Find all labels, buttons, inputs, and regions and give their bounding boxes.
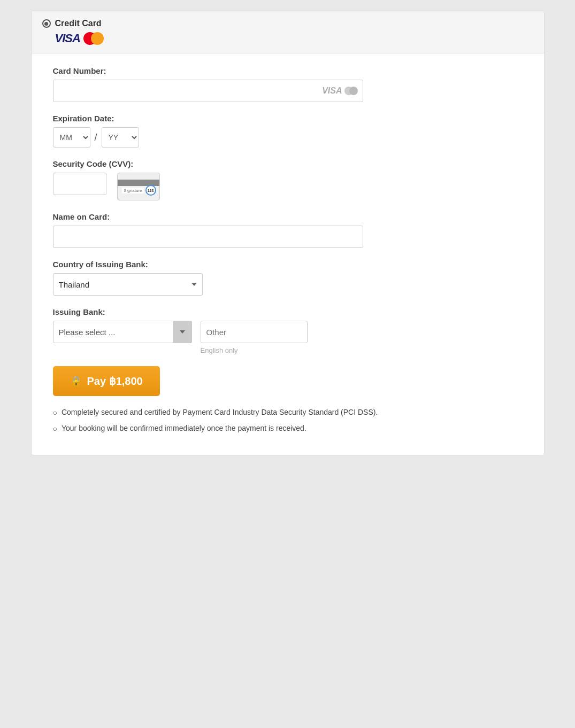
issuing-bank-group: Issuing Bank: Please select ... Bangkok …: [53, 307, 523, 354]
expiration-label: Expiration Date:: [53, 114, 523, 123]
bank-select-wrapper: Please select ... Bangkok Bank Kasikorn …: [53, 321, 192, 343]
bank-other-input[interactable]: [201, 321, 308, 343]
pay-button[interactable]: 🔒 Pay ฿1,800: [53, 366, 160, 396]
expiration-group: Expiration Date: MM 01020304 05060708 09…: [53, 114, 523, 148]
year-select[interactable]: YY 24252627 282930: [102, 127, 139, 148]
bank-other-wrapper: English only: [201, 321, 308, 354]
card-number-input[interactable]: [53, 80, 363, 102]
name-input[interactable]: [53, 226, 363, 248]
country-label: Country of Issuing Bank:: [53, 260, 523, 269]
bank-select[interactable]: Please select ... Bangkok Bank Kasikorn …: [53, 321, 192, 343]
form-body: Card Number: VISA Expiration Date: MM 01…: [32, 53, 544, 455]
lock-icon: 🔒: [70, 375, 82, 387]
security-notes: Completely secured and certified by Paym…: [53, 407, 523, 435]
cvv-card-illustration: Signature 123: [117, 173, 160, 200]
name-label: Name on Card:: [53, 212, 523, 221]
card-number-label: Card Number:: [53, 66, 523, 75]
expiry-row: MM 01020304 05060708 09101112 / YY 24252…: [53, 127, 523, 148]
cvv-group: Security Code (CVV): Signature 123: [53, 159, 523, 200]
visa-logo: VISA: [55, 32, 80, 45]
issuing-bank-label: Issuing Bank:: [53, 307, 523, 316]
card-number-group: Card Number: VISA: [53, 66, 523, 102]
cvv-input[interactable]: [53, 173, 106, 195]
cvv-number-circle: 123: [145, 185, 156, 196]
card-logos: VISA: [42, 32, 533, 45]
country-group: Country of Issuing Bank: Thailand United…: [53, 260, 523, 296]
cvv-label: Security Code (CVV):: [53, 159, 523, 168]
security-note-2: Your booking will be confirmed immediate…: [53, 423, 523, 435]
cvv-card-bottom: Signature 123: [122, 185, 156, 196]
cvv-row: Signature 123: [53, 173, 523, 200]
cvv-signature-text: Signature: [122, 188, 143, 193]
name-group: Name on Card:: [53, 212, 523, 248]
credit-card-radio[interactable]: [42, 19, 51, 28]
month-select[interactable]: MM 01020304 05060708 09101112: [53, 127, 90, 148]
expiry-separator: /: [95, 132, 97, 143]
country-select[interactable]: Thailand United States United Kingdom Si…: [53, 273, 203, 296]
payment-method-header: Credit Card VISA: [32, 11, 544, 53]
payment-form: Credit Card VISA Card Number: VISA: [31, 11, 545, 455]
english-only-note: English only: [201, 346, 308, 354]
credit-card-label: Credit Card: [55, 19, 102, 28]
mc-right-circle: [91, 32, 104, 45]
issuing-bank-row: Please select ... Bangkok Bank Kasikorn …: [53, 321, 523, 354]
card-number-wrapper: VISA: [53, 80, 363, 102]
mastercard-logo: [83, 32, 104, 45]
security-note-1: Completely secured and certified by Paym…: [53, 407, 523, 419]
pay-button-label: Pay ฿1,800: [87, 375, 143, 388]
